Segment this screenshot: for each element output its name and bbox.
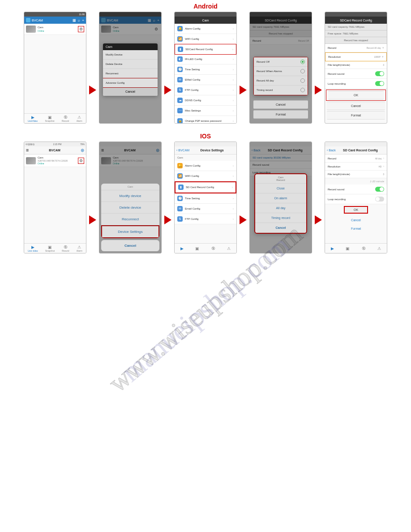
sheet-reconnect[interactable]: Reconnect <box>101 214 159 225</box>
row-label: Email Config <box>185 207 231 210</box>
sd-capacity: SD card capacity:7661 MBytes <box>325 24 387 30</box>
tab-snapshot[interactable]: ▣ <box>195 246 199 251</box>
mode-on-alarm[interactable]: On alarm <box>255 193 306 203</box>
row-time[interactable]: 🕐Time Setting› <box>175 64 236 75</box>
opt-modify[interactable]: Modify Device <box>103 50 158 60</box>
arrow-icon <box>315 215 322 224</box>
tab-livevideo[interactable]: ▶ <box>180 246 184 251</box>
row-recsound[interactable]: Record sound <box>325 184 387 194</box>
row-filelen[interactable]: File length(minute)3 <box>325 171 387 178</box>
tab-alarm[interactable]: ⚠ <box>377 246 381 251</box>
row-record[interactable]: RecordAll day› <box>325 154 387 163</box>
ios-sd-config-screen: ‹ BackSD Card Record Config RecordAll da… <box>325 142 387 253</box>
search-icon[interactable]: ⌕ <box>78 18 80 22</box>
mode-timing[interactable]: Timing record <box>254 86 308 95</box>
tab-snapshot[interactable]: ▣Snapshot <box>45 115 55 122</box>
mode-timing[interactable]: Timing record <box>255 213 306 223</box>
row-sdcard-config[interactable]: ▮SDCard Record Config› <box>175 44 236 55</box>
add-icon[interactable]: ⊕ <box>81 148 84 153</box>
row-wifi-config[interactable]: 📶WIFI Config› <box>175 34 236 44</box>
toggle-on-icon[interactable] <box>375 81 384 86</box>
battery: 79% <box>80 143 85 146</box>
tab-record[interactable]: ⦿Record <box>62 245 69 252</box>
row-wifi-config[interactable]: 📶WIFI Config› <box>175 171 236 181</box>
chevron-icon: › <box>233 58 234 61</box>
add-icon[interactable]: + <box>82 18 84 22</box>
row-filelen[interactable]: File length(minute)3 <box>325 61 387 69</box>
tab-alarm[interactable]: ⚠Alarm <box>77 115 82 122</box>
row-loop[interactable]: Loop recording <box>325 194 387 204</box>
format-button[interactable]: Format <box>327 111 385 120</box>
row-resolution[interactable]: ResolutionHD› <box>325 163 387 171</box>
opt-advance-config[interactable]: Advance Config <box>103 78 158 88</box>
sheet-modify[interactable]: Modify device <box>101 190 159 202</box>
ok-button[interactable]: OK <box>344 206 368 214</box>
row-loop[interactable]: Loop recording <box>325 79 387 89</box>
nav-bar: ☰ BVCAM ⊕ <box>24 146 86 154</box>
tab-record[interactable]: ⦿ <box>211 246 215 251</box>
cancel-button[interactable]: Cancel <box>327 216 385 224</box>
popup-cancel[interactable]: Cancel <box>255 223 306 233</box>
row-alarm-config[interactable]: 🔔Alarm Config› <box>175 24 236 34</box>
row-record[interactable]: RecordRecord All day▾ <box>325 44 387 52</box>
device-status: Online <box>38 30 78 32</box>
app-bar: BVCAM ▦ ⌕ + <box>24 17 86 24</box>
ok-button[interactable]: OK <box>328 91 384 99</box>
row-ftp[interactable]: ⇅FTP Config› <box>175 85 236 95</box>
cancel-button[interactable]: Cancel <box>253 100 308 109</box>
toggle-off-icon[interactable] <box>375 197 384 202</box>
tab-record[interactable]: ⦿Record <box>62 115 69 122</box>
tab-snapshot[interactable]: ▣ <box>346 246 350 251</box>
tab-livevideo[interactable]: ▶ <box>331 246 334 251</box>
device-thumb <box>26 26 36 33</box>
row-alarm-config[interactable]: 🔔Alarm Config› <box>175 161 236 171</box>
chevron-icon: › <box>233 78 234 82</box>
toggle-on-icon[interactable] <box>375 187 384 192</box>
mode-all-day[interactable]: Record All day <box>254 76 308 86</box>
tab-snapshot[interactable]: ▣Snapshot <box>45 245 55 252</box>
toggle-on-icon[interactable] <box>375 71 384 76</box>
row-value: 3 <box>383 173 384 176</box>
opt-delete[interactable]: Delete Device <box>103 60 158 69</box>
back-button[interactable]: ‹ BVCAM <box>176 149 189 152</box>
sheet-device-settings[interactable]: Device Settings <box>101 225 159 238</box>
mode-all-day[interactable]: All day <box>255 203 306 213</box>
format-button[interactable]: Format <box>327 225 385 232</box>
tab-livevideo[interactable]: ▶Live video <box>28 245 38 252</box>
tab-record[interactable]: ⦿ <box>362 246 366 251</box>
row-sdcard-config[interactable]: ▮SD Card Record Config› <box>176 182 235 193</box>
sheet-delete[interactable]: Delete device <box>101 202 159 214</box>
app-logo-icon <box>26 18 30 22</box>
row-irled[interactable]: ◐IR-LED Config› <box>175 54 236 64</box>
row-recsound[interactable]: Record sound <box>325 69 387 79</box>
popup-cancel[interactable]: Cancel <box>103 87 158 96</box>
row-password[interactable]: 🔒Change P2P access password› <box>175 116 236 124</box>
grid-icon[interactable]: ▦ <box>73 18 76 22</box>
mode-when-alarm[interactable]: Record When Alarms <box>254 67 308 76</box>
opt-reconnect[interactable]: Reconnect <box>103 69 158 78</box>
cancel-button[interactable]: Cancel <box>327 102 385 110</box>
ios-heading: IOS <box>0 133 411 140</box>
menu-icon[interactable]: ☰ <box>26 149 29 152</box>
device-settings-gear-icon[interactable]: ⚙ <box>78 158 84 164</box>
tab-alarm[interactable]: ⚠Alarm <box>77 245 82 252</box>
device-row[interactable]: Cam Online ⚙ <box>24 24 86 35</box>
mode-off[interactable]: Record Off <box>254 57 308 67</box>
device-settings-gear-icon[interactable]: ⚙ <box>78 26 84 32</box>
mode-close[interactable]: Close <box>255 184 306 193</box>
clock-icon: 🕐 <box>177 196 183 201</box>
row-email[interactable]: ✉EMail Config› <box>175 75 236 85</box>
device-row[interactable]: Cam X2BT00-048YBK7574-CD92B Online ⚙ <box>24 154 86 167</box>
row-ddns[interactable]: ☁DDNS Config› <box>175 95 236 106</box>
back-button[interactable]: ‹ Back <box>327 149 336 152</box>
sheet-cancel[interactable]: Cancel <box>101 240 159 251</box>
row-email[interactable]: ✉Email Config› <box>175 204 236 214</box>
row-time[interactable]: 🕐Time Setting› <box>175 193 236 204</box>
row-resolution[interactable]: Resolution1080P▾ <box>325 52 387 61</box>
tab-alarm[interactable]: ⚠ <box>227 246 231 251</box>
svg-marker-6 <box>240 215 247 224</box>
tab-livevideo[interactable]: ▶LiveVideo <box>28 115 38 122</box>
format-button[interactable]: Format <box>253 110 308 119</box>
row-misc[interactable]: ⋯Misc Settings› <box>175 106 236 116</box>
row-ftp[interactable]: ⇅FTP Config› <box>175 214 236 224</box>
